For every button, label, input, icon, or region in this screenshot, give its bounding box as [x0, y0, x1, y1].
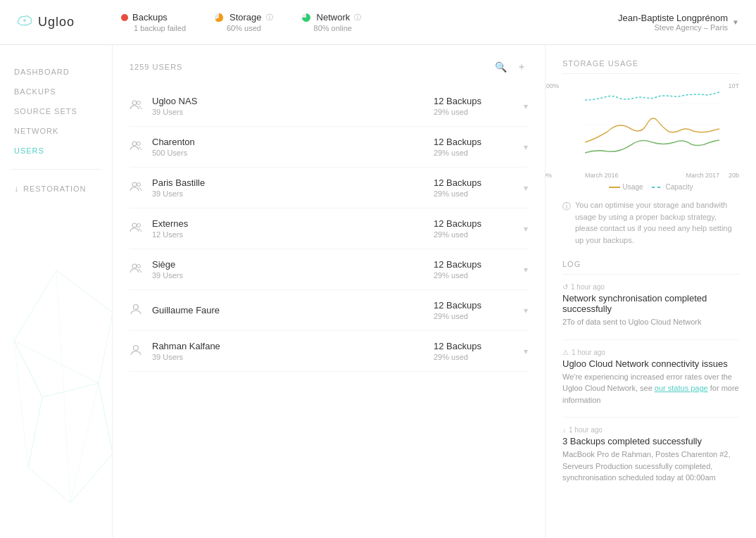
log-2-title: Ugloo Cloud Network connectivity issues [562, 358, 739, 369]
svg-point-21 [134, 304, 139, 309]
backup-used-text: 29% used [434, 189, 518, 198]
header: Ugloo Backups 1 backup failed [0, 0, 756, 45]
user-type-icon [130, 344, 152, 359]
log-1-time: 1 hour ago [571, 283, 605, 291]
user-row[interactable]: Ugloo NAS 39 Users 12 Backups 29% used ▾ [130, 86, 528, 127]
user-row[interactable]: Paris Bastille 39 Users 12 Backups 29% u… [130, 168, 528, 208]
svg-marker-3 [28, 383, 113, 503]
user-backup-info: 12 Backups 29% used [434, 137, 518, 157]
user-details: Externes 12 Users [152, 218, 434, 239]
log-3-time: 1 hour ago [569, 426, 603, 434]
sidebar: DASHBOARD BACKUPS SOURCE SETS NETWORK US… [0, 45, 113, 538]
svg-line-4 [14, 270, 56, 341]
network-label: Network [317, 12, 351, 23]
user-backup-info: 12 Backups 29% used [434, 96, 518, 116]
network-info-icon: ⓘ [354, 13, 361, 23]
sidebar-item-backups[interactable]: BACKUPS [11, 82, 101, 101]
user-details: Guillaume Faure [152, 305, 434, 315]
main: DASHBOARD BACKUPS SOURCE SETS NETWORK US… [0, 45, 756, 538]
users-actions: 🔍 ＋ [493, 59, 528, 75]
sidebar-item-users[interactable]: USERS [11, 141, 101, 161]
backups-sub: 1 backup failed [121, 24, 186, 32]
user-type-icon [130, 303, 152, 318]
sidebar-item-dashboard[interactable]: DASHBOARD [11, 62, 101, 82]
sidebar-item-restoration[interactable]: ↓ RESTORATION [11, 178, 101, 199]
svg-line-7 [70, 453, 113, 503]
svg-point-20 [137, 264, 141, 268]
backups-dot [121, 14, 128, 21]
network-sub: 80% online [301, 24, 362, 32]
user-row[interactable]: Siège 39 Users 12 Backups 29% used ▾ [130, 249, 528, 290]
backup-used-text: 29% used [434, 230, 518, 239]
svg-point-0 [23, 19, 26, 22]
backup-used-text: 29% used [434, 353, 518, 361]
tip-icon: ⓘ [562, 200, 571, 213]
log-1-title: Network synchronisation completed succes… [562, 293, 739, 314]
storage-sub: 60% used [214, 24, 273, 32]
backup-count-text: 12 Backups [434, 341, 518, 351]
user-type-icon [130, 262, 152, 277]
log-entry-2: ⚠ 1 hour ago Ugloo Cloud Network connect… [562, 349, 739, 406]
user-type-icon [130, 221, 152, 237]
user-row[interactable]: Charenton 500 Users 12 Backups 29% used … [130, 127, 528, 168]
legend-capacity-label: Capacity [666, 183, 693, 191]
svg-point-13 [132, 142, 137, 146]
user-sub-text: 39 Users [152, 271, 434, 280]
header-user[interactable]: Jean-Baptiste Longprénom Steve Agency – … [618, 13, 739, 32]
row-chevron-icon: ▾ [524, 224, 528, 234]
network-dot [301, 13, 311, 23]
log-section: LOG ↺ 1 hour ago Network synchronisation… [562, 260, 739, 484]
logo-text: Ugloo [38, 15, 75, 30]
sidebar-item-source-sets[interactable]: SOURCE SETS [11, 101, 101, 121]
content-area: 1259 USERS 🔍 ＋ Ugloo NAS 39 Users 12 Bac… [113, 45, 545, 538]
users-header: 1259 USERS 🔍 ＋ [130, 59, 528, 75]
user-sub-text: 39 Users [152, 353, 434, 361]
backup-used-text: 29% used [434, 108, 518, 116]
user-backup-info: 12 Backups 29% used [434, 218, 518, 239]
svg-point-16 [137, 182, 141, 186]
row-chevron-icon: ▾ [524, 265, 528, 275]
backup-used-text: 29% used [434, 271, 518, 280]
backup-count-text: 12 Backups [434, 259, 518, 270]
stat-storage[interactable]: Storage ⓘ 60% used [214, 12, 273, 32]
legend-usage-line [609, 187, 620, 188]
user-row[interactable]: Externes 12 Users 12 Backups 29% used ▾ [130, 208, 528, 249]
svg-marker-1 [14, 270, 113, 397]
backups-label: Backups [132, 12, 168, 23]
search-button[interactable]: 🔍 [493, 59, 508, 75]
sidebar-item-network[interactable]: NETWORK [11, 121, 101, 141]
storage-info-icon: ⓘ [266, 13, 273, 23]
chart-y-labels: 100% 0% [545, 82, 559, 179]
user-sub-text: 500 Users [152, 149, 434, 157]
svg-point-14 [137, 142, 141, 145]
user-agency: Steve Agency – Paris [618, 23, 728, 32]
header-stats: Backups 1 backup failed Storage ⓘ 60% us… [121, 12, 618, 32]
stat-network[interactable]: Network ⓘ 80% online [301, 12, 362, 32]
user-name-text: Paris Bastille [152, 177, 434, 188]
svg-point-15 [132, 182, 137, 187]
user-name-text: Externes [152, 218, 434, 229]
user-name: Jean-Baptiste Longprénom [618, 13, 728, 23]
log-entry-1: ↺ 1 hour ago Network synchronisation com… [562, 283, 739, 328]
user-backup-info: 12 Backups 29% used [434, 259, 518, 280]
legend-usage-label: Usage [623, 183, 643, 191]
decorative-bg [0, 256, 113, 538]
row-chevron-icon: ▾ [524, 183, 528, 193]
user-sub-text: 39 Users [152, 189, 434, 198]
sidebar-divider [11, 169, 101, 170]
add-user-button[interactable]: ＋ [515, 59, 528, 75]
user-row[interactable]: Rahman Kalfane 39 Users 12 Backups 29% u… [130, 331, 528, 372]
user-backup-info: 12 Backups 29% used [434, 341, 518, 361]
storage-chart: 100% 0% 10T 20b [562, 82, 739, 191]
svg-point-19 [132, 264, 137, 268]
row-chevron-icon: ▾ [524, 142, 528, 152]
stat-backups[interactable]: Backups 1 backup failed [121, 12, 186, 32]
log-2-time-icon: ⚠ [562, 349, 569, 356]
user-row[interactable]: Guillaume Faure 12 Backups 29% used ▾ [130, 290, 528, 331]
chart-y-right-labels: 10T 20b [728, 82, 739, 179]
storage-chart-svg [585, 82, 719, 167]
restoration-icon: ↓ [14, 184, 19, 194]
tip-text: You can optimise your storage and bandwi… [575, 199, 739, 246]
backup-used-text: 29% used [434, 312, 518, 320]
status-page-link[interactable]: our status page [655, 384, 708, 392]
